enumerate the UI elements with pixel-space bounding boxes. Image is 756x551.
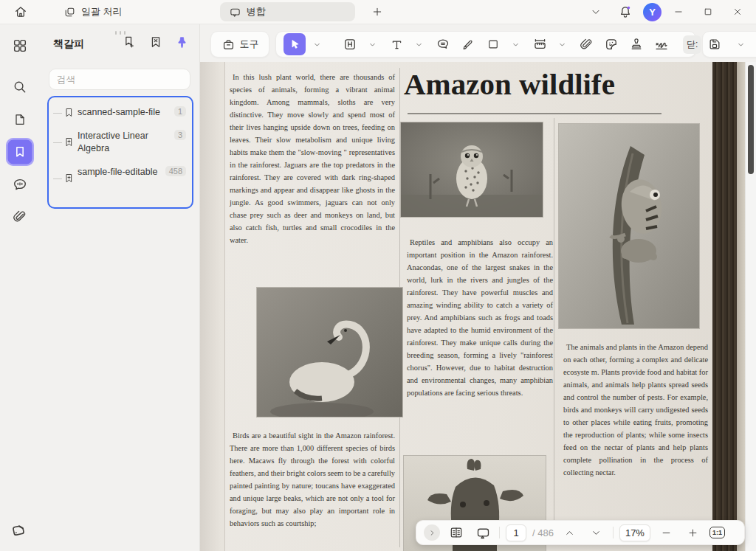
stamp-tool-button[interactable] — [625, 33, 647, 55]
bookmark-search-input[interactable] — [49, 69, 190, 89]
actual-size-button[interactable]: 1:1 — [709, 527, 725, 538]
app-window: 일괄 처리 병합 Y — [0, 0, 756, 551]
sidebar-item-search[interactable] — [6, 73, 34, 101]
flamingo-photo — [257, 288, 402, 417]
text-tool-button[interactable] — [385, 33, 408, 55]
text-tool-chevron[interactable] — [408, 33, 430, 55]
sidebar-item-bookmarks[interactable] — [6, 138, 34, 166]
zoom-in-button[interactable] — [683, 524, 704, 541]
close-button[interactable] — [725, 2, 750, 21]
bookmark-expand-icon[interactable] — [63, 136, 75, 148]
tab-merge[interactable]: 병합 — [220, 2, 355, 21]
column-divider — [554, 118, 554, 520]
highlighter-tool-button[interactable] — [457, 33, 479, 55]
article-paragraph: Reptiles and amphibians also occupy an i… — [407, 236, 553, 399]
translate-tool-button[interactable]: 닫: — [683, 35, 701, 54]
highlighter-icon — [461, 38, 475, 52]
previous-page-button[interactable] — [560, 524, 580, 541]
vertical-scrollbar[interactable] — [745, 62, 756, 551]
panel-title: 책갈피 — [53, 38, 84, 51]
bookmark-item[interactable]: sample-file-editable 458 — [53, 166, 186, 184]
h-markup-chevron[interactable] — [361, 33, 383, 55]
page-total-label: / 486 — [532, 527, 554, 538]
signature-icon — [653, 36, 670, 52]
zoom-out-button[interactable] — [656, 524, 677, 541]
sidebar-item-attachments[interactable] — [6, 203, 34, 231]
select-tool-chevron[interactable] — [306, 33, 328, 55]
toolbar: 도구 — [200, 24, 756, 62]
save-button[interactable] — [704, 33, 726, 55]
shapes-tool-chevron[interactable] — [504, 33, 526, 55]
sidebar-item-pages[interactable] — [6, 105, 34, 134]
text-T-icon — [390, 38, 404, 52]
tab-batch-label: 일괄 처리 — [81, 5, 123, 18]
remove-bookmark-button[interactable] — [148, 35, 163, 49]
measure-tool-chevron[interactable] — [551, 33, 573, 55]
updf-logo-icon[interactable] — [9, 521, 28, 540]
attachment-tool-button[interactable] — [575, 33, 597, 55]
page-number-input[interactable] — [506, 524, 526, 541]
bookmark-list-selection: scanned-sample-file 1 Interactive Linear… — [47, 96, 193, 209]
bookmark-item[interactable]: scanned-sample-file 1 — [53, 106, 186, 119]
comment-tool-button[interactable] — [432, 33, 454, 55]
tab-merge-label: 병합 — [247, 5, 266, 18]
page-icon — [13, 112, 27, 127]
save-chevron[interactable] — [730, 33, 752, 55]
zoom-level-value[interactable]: 17% — [619, 524, 650, 541]
tools-button[interactable]: 도구 — [210, 31, 269, 58]
sticker-icon — [604, 37, 619, 52]
user-avatar[interactable]: Y — [643, 3, 662, 21]
notifications-bell-button[interactable] — [612, 2, 639, 21]
wood-table-background — [712, 62, 737, 551]
bookmark-search-box — [49, 69, 190, 90]
annotation-toolbar: 닫: — [275, 31, 696, 58]
pin-panel-button[interactable] — [175, 35, 189, 49]
home-button[interactable] — [7, 2, 34, 21]
sticker-tool-button[interactable] — [600, 33, 622, 55]
add-bookmark-button[interactable] — [122, 35, 137, 49]
page-layout-button[interactable] — [446, 524, 467, 541]
bottombar-divider — [499, 527, 500, 538]
bookmark-expand-icon[interactable] — [63, 173, 75, 184]
sidebar-item-comments[interactable] — [6, 170, 34, 198]
measure-tool-button[interactable] — [529, 33, 551, 55]
bookmark-leaf-icon — [63, 107, 75, 118]
expand-toolbar-button[interactable] — [424, 524, 440, 541]
bookmark-icon — [13, 145, 27, 159]
minimize-button[interactable] — [666, 2, 691, 21]
article-paragraph: The animals and plants in the Amazon dep… — [563, 341, 708, 479]
select-tool-button[interactable] — [284, 33, 306, 55]
presentation-button[interactable] — [472, 524, 493, 541]
shapes-tool-button[interactable] — [482, 33, 504, 55]
next-page-button[interactable] — [586, 524, 607, 541]
book-view-icon — [449, 525, 464, 540]
maximize-button[interactable] — [695, 2, 721, 21]
scrollbar-thumb[interactable] — [748, 65, 754, 174]
page-left-edge — [200, 62, 225, 551]
left-sidebar-rail — [0, 24, 40, 551]
batch-icon — [63, 6, 76, 18]
h-markup-tool-button[interactable] — [339, 33, 361, 55]
bottom-toolbar: / 486 17% 1:1 — [416, 520, 745, 545]
signature-tool-button[interactable] — [650, 33, 673, 55]
window-menu-chevron[interactable] — [584, 2, 608, 21]
sidebar-item-apps[interactable] — [6, 32, 34, 60]
ruler-icon — [532, 37, 548, 52]
article-paragraph: In this lush plant world, there are thou… — [230, 71, 395, 246]
bookmark-count-badge: 3 — [174, 130, 186, 140]
bookmark-item-label: scanned-sample-file — [78, 106, 165, 119]
h-box-icon — [343, 37, 357, 52]
paperclip-icon — [580, 38, 594, 52]
search-icon — [12, 79, 28, 95]
new-tab-button[interactable] — [365, 2, 389, 21]
tree-connector — [53, 179, 62, 179]
cursor-icon — [289, 38, 301, 51]
save-floppy-icon — [707, 37, 722, 52]
tab-batch-process[interactable]: 일괄 처리 — [55, 2, 131, 21]
pdf-viewer[interactable]: Amazon wildlife In this lush plant world… — [200, 62, 756, 551]
bookmark-item[interactable]: Interactive Linear Algebra 3 — [53, 130, 186, 155]
article-title: Amazon wildlife — [404, 66, 677, 102]
tree-frog-photo — [559, 124, 699, 328]
merge-tab-icon — [229, 6, 241, 18]
article-paragraph: Birds are a beautiful sight in the Amazo… — [230, 429, 395, 530]
